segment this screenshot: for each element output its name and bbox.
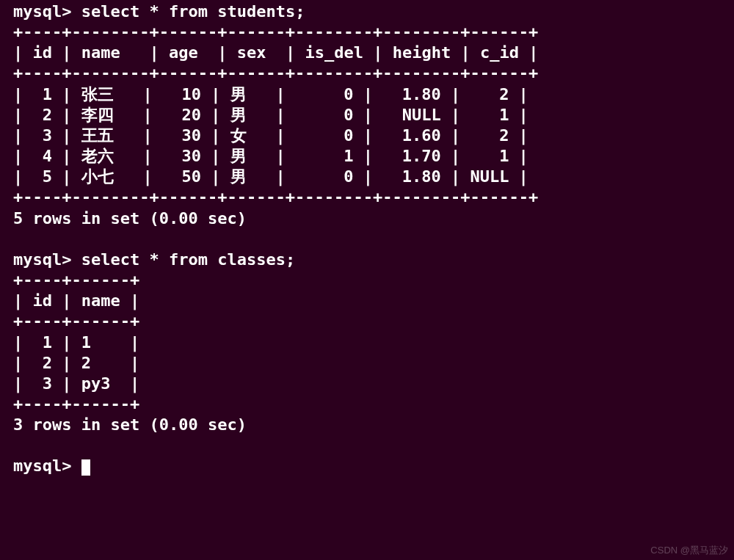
table-row: | 3 | 王五 | 30 | 女 | 0 | 1.60 | 2 |	[13, 126, 528, 145]
prompt-line-1: mysql> select * from students;	[13, 2, 305, 21]
mysql-prompt: mysql>	[13, 2, 71, 21]
classes-table-border-bottom: +----+------+	[13, 395, 139, 413]
students-table-header: | id | name | age | sex | is_del | heigh…	[13, 43, 538, 62]
table-row: | 3 | py3 |	[13, 374, 139, 393]
table-row: | 2 | 李四 | 20 | 男 | 0 | NULL | 1 |	[13, 106, 528, 124]
sql-query-students: select * from students;	[81, 2, 305, 21]
students-table-border-top: +----+--------+------+------+--------+--…	[13, 23, 538, 41]
classes-table-border-top: +----+------+	[13, 271, 139, 289]
mysql-prompt: mysql>	[13, 457, 71, 475]
table-row: | 1 | 张三 | 10 | 男 | 0 | 1.80 | 2 |	[13, 85, 528, 103]
students-table-border-bottom: +----+--------+------+------+--------+--…	[13, 188, 538, 206]
terminal-output[interactable]: mysql> select * from students; +----+---…	[0, 0, 734, 481]
students-footer: 5 rows in set (0.00 sec)	[13, 209, 247, 228]
mysql-prompt: mysql>	[13, 250, 71, 269]
table-row: | 5 | 小七 | 50 | 男 | 0 | 1.80 | NULL |	[13, 167, 528, 186]
prompt-line-3[interactable]: mysql>	[13, 457, 90, 475]
classes-footer: 3 rows in set (0.00 sec)	[13, 415, 247, 434]
classes-table-header: | id | name |	[13, 291, 139, 310]
table-row: | 2 | 2 |	[13, 354, 139, 372]
watermark-text: CSDN @黑马蓝汐	[650, 545, 728, 557]
table-row: | 4 | 老六 | 30 | 男 | 1 | 1.70 | 1 |	[13, 147, 528, 165]
cursor-icon	[81, 459, 90, 476]
classes-table-border-mid: +----+------+	[13, 312, 139, 330]
table-row: | 1 | 1 |	[13, 333, 139, 352]
sql-query-classes: select * from classes;	[81, 250, 295, 269]
students-table-border-mid: +----+--------+------+------+--------+--…	[13, 64, 538, 82]
prompt-line-2: mysql> select * from classes;	[13, 250, 295, 269]
